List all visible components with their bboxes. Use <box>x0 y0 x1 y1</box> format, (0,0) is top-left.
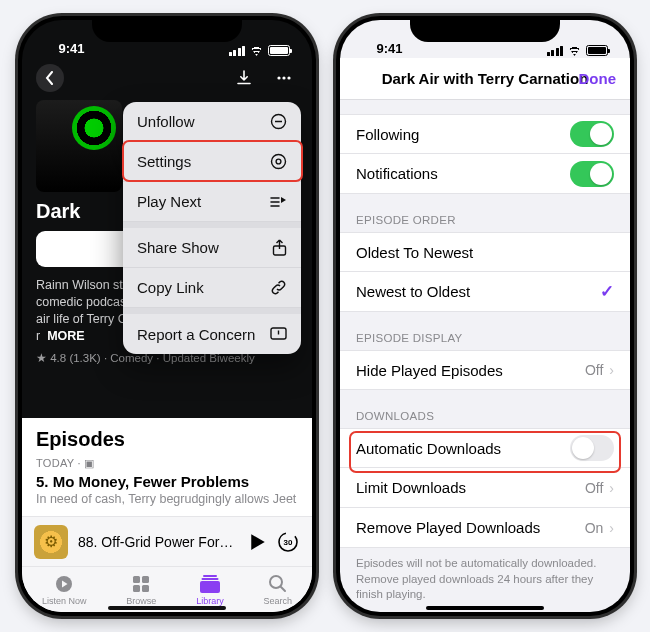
home-indicator[interactable] <box>108 606 226 610</box>
svg-rect-7 <box>142 576 149 583</box>
show-artwork <box>36 100 122 192</box>
more-link[interactable]: MORE <box>47 329 85 343</box>
nav-bar: Dark Air with Terry Carnation Done <box>340 58 630 100</box>
svg-point-15 <box>272 155 286 169</box>
episode-subtitle: In need of cash, Terry begrudgingly allo… <box>36 492 298 506</box>
menu-play-next[interactable]: Play Next <box>123 182 301 222</box>
status-time: 9:41 <box>44 41 99 56</box>
download-button[interactable] <box>230 64 258 92</box>
menu-copy-link[interactable]: Copy Link <box>123 268 301 308</box>
row-hide-played[interactable]: Hide Played Episodes Off› <box>340 350 630 390</box>
phone-left-podcast-show: 9:41 <box>18 16 316 616</box>
menu-report-concern[interactable]: Report a Concern <box>123 314 301 354</box>
chevron-right-icon: › <box>609 480 614 496</box>
wifi-icon <box>249 45 264 56</box>
link-icon <box>270 279 287 296</box>
battery-icon <box>268 45 290 56</box>
svg-rect-11 <box>201 578 218 580</box>
row-oldest-newest[interactable]: Oldest To Newest <box>340 232 630 272</box>
wifi-icon <box>567 45 582 56</box>
mini-artwork: ⚙ <box>34 525 68 559</box>
search-icon <box>267 574 289 594</box>
svg-text:30: 30 <box>284 538 293 547</box>
svg-rect-10 <box>203 575 217 577</box>
toggle-notifications[interactable] <box>570 161 614 187</box>
svg-rect-6 <box>133 576 140 583</box>
tab-listen-now[interactable]: Listen Now <box>42 574 87 606</box>
downloads-footer-note: Episodes will not be automatically downl… <box>340 548 630 603</box>
chevron-left-icon <box>45 71 55 85</box>
section-episode-display: Episode Display <box>340 312 630 350</box>
share-icon <box>272 239 287 256</box>
toggle-following[interactable] <box>570 121 614 147</box>
page-title: Dark Air with Terry Carnation <box>382 70 589 87</box>
svg-rect-9 <box>142 585 149 592</box>
row-following[interactable]: Following <box>340 114 630 154</box>
episodes-heading: Episodes <box>36 428 298 451</box>
episode-title[interactable]: 5. Mo Money, Fewer Problems <box>36 473 298 490</box>
status-time: 9:41 <box>362 41 417 56</box>
chevron-right-icon: › <box>609 362 614 378</box>
mini-title: 88. Off-Grid Power For… <box>78 534 240 550</box>
episode-date: TODAY · ▣ <box>36 457 298 470</box>
queue-icon <box>270 195 287 209</box>
svg-rect-12 <box>200 581 220 593</box>
more-button[interactable] <box>270 64 298 92</box>
home-indicator[interactable] <box>426 606 544 610</box>
nav-bar <box>22 58 312 98</box>
phone-right-show-settings: 9:41 Dark Air with Terry Carnation Done … <box>336 16 634 616</box>
context-menu: Unfollow Settings Play Next Share Show <box>123 102 301 354</box>
tab-search[interactable]: Search <box>264 574 293 606</box>
row-notifications[interactable]: Notifications <box>340 154 630 194</box>
menu-unfollow[interactable]: Unfollow <box>123 102 301 142</box>
back-button[interactable] <box>36 64 64 92</box>
cellular-icon <box>229 46 246 56</box>
battery-icon <box>586 45 608 56</box>
play-icon[interactable] <box>250 533 266 551</box>
tab-browse[interactable]: Browse <box>126 574 156 606</box>
done-button[interactable]: Done <box>579 70 617 87</box>
grid-icon <box>130 574 152 594</box>
svg-point-1 <box>282 76 285 79</box>
row-automatic-downloads[interactable]: Automatic Downloads <box>340 428 630 468</box>
minus-circle-icon <box>270 113 287 130</box>
menu-settings[interactable]: Settings <box>123 142 301 182</box>
skip-30-icon[interactable]: 30 <box>276 530 300 554</box>
row-newest-oldest[interactable]: Newest to Oldest ✓ <box>340 272 630 312</box>
row-limit-downloads[interactable]: Limit Downloads Off› <box>340 468 630 508</box>
svg-point-13 <box>270 576 282 588</box>
report-icon <box>270 327 287 342</box>
section-downloads: Downloads <box>340 390 630 428</box>
menu-share-show[interactable]: Share Show <box>123 228 301 268</box>
checkmark-icon: ✓ <box>600 281 614 302</box>
section-episode-order: Episode Order <box>340 194 630 232</box>
toggle-automatic-downloads[interactable] <box>570 435 614 461</box>
library-icon <box>199 574 221 594</box>
episodes-panel: Episodes TODAY · ▣ 5. Mo Money, Fewer Pr… <box>22 418 312 612</box>
mini-player[interactable]: ⚙ 88. Off-Grid Power For… 30 <box>22 516 312 566</box>
notch <box>92 16 242 42</box>
tab-library[interactable]: Library <box>196 574 224 606</box>
cellular-icon <box>547 46 564 56</box>
gear-icon <box>270 153 287 170</box>
row-remove-played-downloads[interactable]: Remove Played Downloads On› <box>340 508 630 548</box>
chevron-right-icon: › <box>609 520 614 536</box>
svg-point-16 <box>276 159 281 164</box>
notch <box>410 16 560 42</box>
play-circle-icon <box>53 574 75 594</box>
svg-rect-8 <box>133 585 140 592</box>
svg-point-2 <box>287 76 290 79</box>
svg-point-0 <box>277 76 280 79</box>
